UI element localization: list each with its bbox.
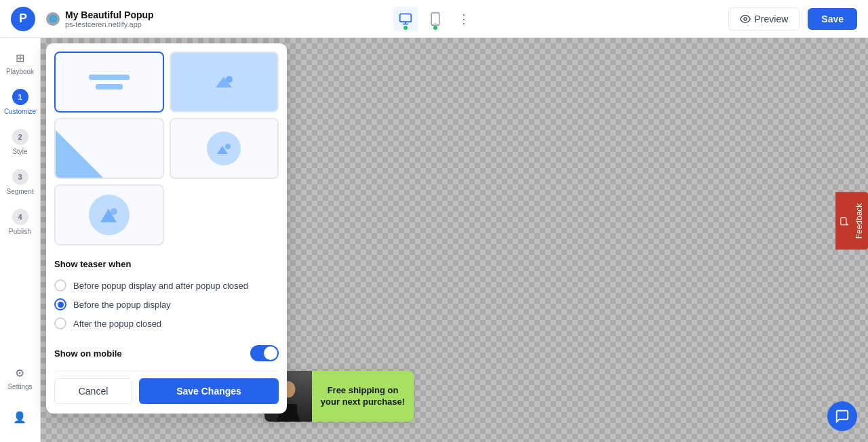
radio-inner-before (58, 302, 64, 308)
desktop-dot (403, 26, 408, 30)
svg-point-6 (225, 144, 231, 149)
layout-preview-image-right (171, 53, 278, 111)
layout-preview-triangle (56, 119, 163, 178)
svg-point-7 (111, 208, 117, 215)
layout-card-circle-icon[interactable] (170, 118, 279, 179)
step-3: 3 (12, 169, 28, 185)
site-title: My Beautiful Popup (65, 9, 154, 20)
svg-point-2 (435, 22, 436, 24)
sidebar-item-settings[interactable]: ⚙ Settings (5, 359, 35, 397)
sidebar-item-playbook[interactable]: ⊞ Playbook (0, 43, 40, 82)
circle-shape (207, 132, 241, 165)
teaser-label: Show teaser when (54, 259, 279, 269)
svg-rect-0 (400, 14, 412, 22)
site-info: 🌐 My Beautiful Popup ps-testceren.netlif… (46, 9, 728, 28)
svg-point-5 (226, 76, 233, 83)
radio-both[interactable]: Before popup display and after popup clo… (54, 276, 279, 295)
step-4: 4 (12, 209, 28, 225)
radio-circle-both (54, 279, 66, 292)
sidebar-item-customize[interactable]: 1 Customize (0, 82, 40, 122)
layout-card-big-circle[interactable] (54, 184, 164, 245)
layout-single-row (54, 184, 279, 245)
svg-point-3 (744, 18, 747, 20)
layout-card-triangle[interactable] (54, 118, 164, 179)
sidebar-item-style[interactable]: 2 Style (0, 122, 40, 162)
triangle-shape (56, 130, 103, 178)
teaser-section: Show teaser when Before popup display an… (54, 251, 279, 338)
device-switcher: ⋮ (393, 7, 475, 31)
sidebar-label-style: Style (12, 148, 27, 155)
sidebar-label-publish: Publish (9, 228, 31, 235)
sidebar-item-segment[interactable]: 3 Segment (0, 162, 40, 202)
site-icon: 🌐 (46, 12, 60, 26)
chat-button[interactable] (827, 401, 857, 431)
layout-preview-big-circle (56, 186, 163, 244)
modal-footer: Cancel Save Changes (54, 371, 279, 414)
radio-label-after: After the popup closed (73, 319, 161, 329)
feedback-tab[interactable]: Feedback (835, 193, 868, 250)
layout-card-image-right[interactable] (170, 52, 279, 113)
sidebar-item-user[interactable]: 👤 (5, 403, 35, 431)
sidebar-bottom: ⚙ Settings 👤 (5, 359, 35, 442)
popup-message: Free shipping on your next purchase! (319, 385, 407, 408)
preview-button[interactable]: Preview (728, 7, 800, 31)
desktop-device-btn[interactable] (393, 7, 418, 31)
mobile-toggle[interactable] (250, 345, 279, 361)
sidebar: ⊞ Playbook 1 Customize 2 Style 3 Segment… (0, 38, 41, 442)
user-icon: 👤 (12, 409, 27, 424)
cancel-button[interactable]: Cancel (54, 378, 132, 404)
step-2: 2 (12, 129, 28, 145)
radio-before[interactable]: Before the popup display (54, 295, 279, 314)
feedback-label: Feedback (854, 203, 864, 239)
bar1 (89, 75, 130, 80)
modal-panel: Show teaser when Before popup display an… (46, 43, 287, 414)
big-circle-shape (89, 195, 130, 235)
popup-text-area: Free shipping on your next purchase! (312, 380, 414, 414)
settings-icon: ⚙ (12, 365, 27, 380)
radio-label-before: Before the popup display (73, 300, 171, 310)
save-changes-button[interactable]: Save Changes (139, 378, 279, 404)
site-url: ps-testceren.netlify.app (65, 20, 154, 28)
radio-label-both: Before popup display and after popup clo… (73, 281, 248, 291)
app-logo[interactable]: P (11, 7, 35, 31)
more-options-btn[interactable]: ⋮ (453, 8, 475, 30)
mobile-dot (433, 26, 437, 30)
radio-circle-after (54, 317, 66, 329)
sidebar-label-customize: Customize (4, 108, 36, 115)
step-1: 1 (12, 89, 28, 105)
sidebar-label-settings: Settings (7, 383, 32, 390)
sidebar-label-playbook: Playbook (6, 68, 34, 75)
layout-card-text-center[interactable] (54, 52, 164, 113)
toggle-knob (264, 346, 277, 360)
mobile-device-btn[interactable] (423, 7, 448, 31)
layout-preview-text-center (89, 75, 130, 89)
radio-after[interactable]: After the popup closed (54, 314, 279, 333)
popup-preview: Free shipping on your next purchase! (264, 371, 414, 422)
playbook-icon: ⊞ (13, 50, 28, 65)
topbar-actions: Preview Save (728, 7, 858, 31)
layout-preview-circle-icon (171, 119, 278, 178)
save-button[interactable]: Save (808, 8, 857, 30)
radio-circle-before (54, 298, 66, 310)
mobile-toggle-row: Show on mobile (54, 338, 279, 371)
topbar: P 🌐 My Beautiful Popup ps-testceren.netl… (0, 0, 868, 38)
sidebar-label-segment: Segment (6, 188, 33, 195)
sidebar-item-publish[interactable]: 4 Publish (0, 202, 40, 242)
bar2 (96, 84, 123, 89)
mobile-label: Show on mobile (54, 348, 122, 359)
layout-grid (54, 52, 279, 179)
